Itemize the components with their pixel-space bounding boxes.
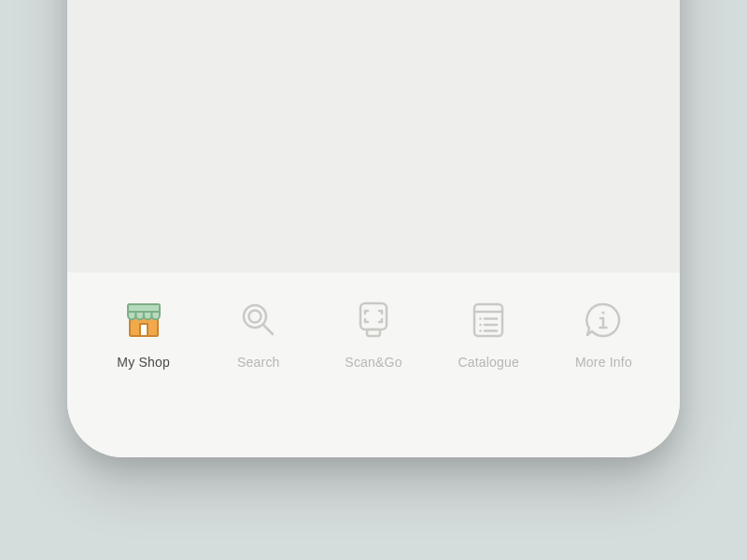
tab-label: My Shop [117,355,170,370]
svg-point-12 [479,324,482,327]
tab-catalogue[interactable]: Catalogue [431,299,546,370]
svg-point-4 [248,311,261,323]
svg-rect-1 [140,324,148,336]
tab-label: Scan&Go [345,355,402,370]
tab-label: Catalogue [458,355,519,370]
content-area [67,0,680,273]
catalogue-icon [467,299,510,342]
search-icon [237,299,280,342]
tab-my-shop[interactable]: My Shop [86,299,201,370]
svg-rect-7 [367,329,380,336]
svg-point-10 [479,317,482,320]
svg-point-14 [479,329,482,332]
device-frame: My Shop Search [67,0,680,457]
tab-label: Search [237,355,280,370]
info-icon [582,299,625,342]
tab-scan-go[interactable]: Scan&Go [316,299,430,370]
tab-label: More Info [575,355,632,370]
svg-rect-2 [128,304,160,312]
tab-more-info[interactable]: More Info [546,299,661,370]
svg-rect-6 [360,303,387,329]
tab-search[interactable]: Search [201,299,316,370]
svg-line-5 [263,325,273,334]
shop-icon [122,299,165,342]
svg-point-16 [602,311,605,314]
scan-icon [352,299,395,342]
tab-bar: My Shop Search [67,273,680,457]
